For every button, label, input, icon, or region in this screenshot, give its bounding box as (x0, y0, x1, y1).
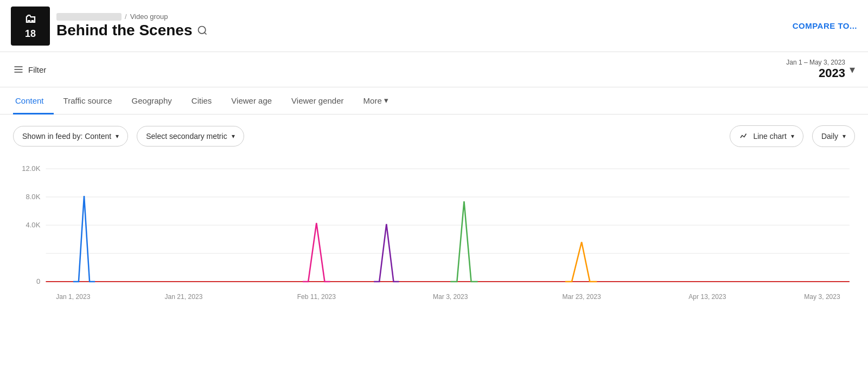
folder-badge: 🗂 18 (11, 7, 50, 46)
controls-left: Shown in feed by: Content ▾ Select secon… (13, 126, 244, 147)
svg-text:12.0K: 12.0K (22, 164, 41, 173)
primary-metric-label: Shown in feed by: Content (22, 132, 111, 141)
folder-icon: 🗂 (24, 12, 36, 26)
tab-viewer-age[interactable]: Viewer age (221, 88, 282, 114)
breadcrumb-top: / Video group (56, 12, 168, 21)
compare-button[interactable]: COMPARE TO... (793, 21, 857, 30)
chart-area: 12.0K 8.0K 4.0K 0 Jan 1, 2023 Jan 21, 20… (0, 158, 868, 321)
svg-line-1 (204, 33, 206, 35)
tab-content[interactable]: Content (13, 88, 54, 114)
breadcrumb-parent-placeholder (56, 13, 122, 21)
primary-metric-dropdown[interactable]: Shown in feed by: Content ▾ (13, 126, 128, 147)
interval-label: Daily (821, 132, 838, 141)
date-range-info: Jan 1 – May 3, 2023 2023 (786, 59, 845, 80)
breadcrumb: / Video group Behind the Scenes (56, 12, 208, 39)
svg-point-0 (198, 27, 205, 34)
header: 🗂 18 / Video group Behind the Scenes COM… (0, 0, 868, 52)
chart-type-label: Line chart (753, 132, 786, 141)
filter-icon (13, 64, 24, 75)
tab-cities[interactable]: Cities (182, 88, 222, 114)
svg-text:4.0K: 4.0K (25, 221, 40, 229)
breadcrumb-separator: / (125, 12, 127, 21)
header-left: 🗂 18 / Video group Behind the Scenes (11, 7, 208, 46)
date-range-text: Jan 1 – May 3, 2023 (786, 59, 845, 66)
date-dropdown-arrow: ▾ (850, 63, 855, 76)
search-button[interactable] (197, 25, 208, 36)
svg-text:8.0K: 8.0K (25, 193, 40, 201)
filter-control[interactable]: Filter (13, 64, 46, 75)
tab-geography[interactable]: Geography (122, 88, 182, 114)
chart-type-arrow: ▾ (791, 132, 794, 140)
tab-viewer-gender[interactable]: Viewer gender (282, 88, 353, 114)
folder-count: 18 (25, 28, 36, 40)
svg-text:Mar 3, 2023: Mar 3, 2023 (433, 293, 468, 301)
secondary-metric-arrow: ▾ (232, 132, 235, 140)
tab-traffic-source[interactable]: Traffic source (54, 88, 122, 114)
controls-right: Line chart ▾ Daily ▾ (730, 125, 855, 147)
more-dropdown-arrow: ▾ (384, 96, 388, 105)
controls-row: Shown in feed by: Content ▾ Select secon… (0, 114, 868, 158)
filter-bar: Filter Jan 1 – May 3, 2023 2023 ▾ (0, 52, 868, 87)
breadcrumb-parent: Video group (130, 12, 168, 21)
secondary-metric-dropdown[interactable]: Select secondary metric ▾ (137, 126, 244, 147)
svg-text:May 3, 2023: May 3, 2023 (804, 293, 840, 301)
search-icon (197, 25, 208, 36)
secondary-metric-label: Select secondary metric (146, 132, 227, 141)
date-range-selector[interactable]: Jan 1 – May 3, 2023 2023 ▾ (786, 59, 855, 80)
svg-text:0: 0 (36, 277, 40, 285)
svg-text:Feb 11, 2023: Feb 11, 2023 (297, 293, 336, 301)
chart-container: 12.0K 8.0K 4.0K 0 Jan 1, 2023 Jan 21, 20… (13, 158, 855, 310)
filter-label: Filter (28, 65, 46, 74)
tabs-bar: Content Traffic source Geography Cities … (0, 87, 868, 114)
svg-text:Apr 13, 2023: Apr 13, 2023 (688, 293, 726, 301)
svg-text:Jan 21, 2023: Jan 21, 2023 (165, 293, 203, 301)
svg-text:Jan 1, 2023: Jan 1, 2023 (56, 293, 90, 301)
tab-more[interactable]: More ▾ (354, 88, 398, 114)
title-row: Behind the Scenes (56, 22, 208, 39)
interval-dropdown[interactable]: Daily ▾ (812, 125, 855, 147)
interval-arrow: ▾ (843, 132, 846, 140)
svg-text:Mar 23, 2023: Mar 23, 2023 (563, 293, 601, 301)
primary-metric-arrow: ▾ (116, 132, 119, 140)
line-chart-icon (739, 131, 749, 141)
page-title: Behind the Scenes (56, 22, 193, 39)
line-chart-svg: 12.0K 8.0K 4.0K 0 Jan 1, 2023 Jan 21, 20… (13, 158, 855, 310)
date-year: 2023 (786, 66, 845, 80)
chart-type-dropdown[interactable]: Line chart ▾ (730, 125, 803, 147)
